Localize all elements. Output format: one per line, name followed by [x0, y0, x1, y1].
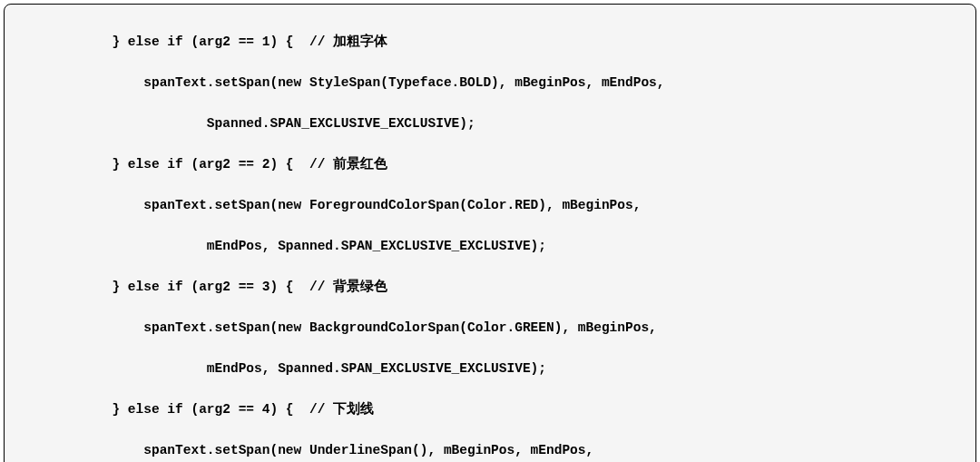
code-line: mEndPos, Spanned.SPAN_EXCLUSIVE_EXCLUSIV… [17, 236, 963, 256]
code-line: } else if (arg2 == 4) { // 下划线 [17, 399, 963, 419]
code-line: spanText.setSpan(new UnderlineSpan(), mB… [17, 440, 963, 460]
code-block: } else if (arg2 == 1) { // 加粗字体 spanText… [4, 4, 976, 462]
code-line: } else if (arg2 == 1) { // 加粗字体 [17, 32, 963, 52]
code-line: } else if (arg2 == 3) { // 背景绿色 [17, 277, 963, 297]
code-line: } else if (arg2 == 2) { // 前景红色 [17, 154, 963, 174]
code-line: spanText.setSpan(new StyleSpan(Typeface.… [17, 73, 963, 93]
code-line: spanText.setSpan(new ForegroundColorSpan… [17, 195, 963, 215]
code-line: mEndPos, Spanned.SPAN_EXCLUSIVE_EXCLUSIV… [17, 359, 963, 378]
code-line: spanText.setSpan(new BackgroundColorSpan… [17, 318, 963, 338]
code-line: Spanned.SPAN_EXCLUSIVE_EXCLUSIVE); [17, 113, 963, 133]
